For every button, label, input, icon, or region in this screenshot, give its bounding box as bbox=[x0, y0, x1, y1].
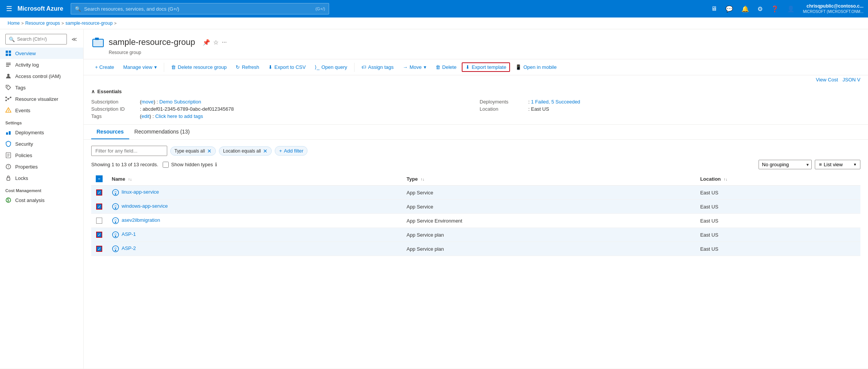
remove-location-filter-button[interactable]: ✕ bbox=[263, 148, 268, 154]
resource-name-link[interactable]: linux-app-service bbox=[112, 189, 159, 195]
sidebar-item-policies[interactable]: Policies bbox=[0, 150, 83, 161]
list-view-label: List view bbox=[824, 162, 843, 167]
sidebar-item-cost-analysis[interactable]: $ Cost analysis bbox=[0, 194, 83, 206]
svg-rect-33 bbox=[95, 38, 99, 40]
pin-icon[interactable]: 📌 bbox=[203, 39, 210, 46]
hamburger-menu[interactable]: ☰ bbox=[5, 3, 14, 14]
row-checkbox[interactable] bbox=[96, 204, 102, 210]
show-hidden-types[interactable]: Show hidden types ℹ bbox=[163, 162, 217, 168]
sidebar-item-access-control[interactable]: Access control (IAM) bbox=[0, 70, 83, 82]
move-subscription-link[interactable]: move bbox=[141, 99, 154, 105]
sidebar-item-resource-visualizer[interactable]: Resource visualizer bbox=[0, 93, 83, 105]
export-template-button[interactable]: ⬇ Export template bbox=[462, 62, 510, 72]
json-view-link[interactable]: JSON V bbox=[843, 77, 860, 83]
notifications-icon[interactable]: 🔔 bbox=[738, 4, 752, 14]
sidebar-item-locks[interactable]: Locks bbox=[0, 172, 83, 184]
sidebar-item-security[interactable]: Security bbox=[0, 138, 83, 150]
sidebar-item-deployments[interactable]: Deployments bbox=[0, 127, 83, 138]
sidebar-item-activity-log[interactable]: Activity log bbox=[0, 59, 83, 70]
manage-view-button[interactable]: Manage view ▾ bbox=[119, 62, 161, 72]
subscription-link[interactable]: Demo Subscription bbox=[159, 99, 201, 105]
row-checkbox[interactable] bbox=[96, 246, 102, 252]
cloud-shell-icon[interactable]: 🖥 bbox=[708, 4, 720, 14]
favorite-icon[interactable]: ☆ bbox=[213, 39, 219, 46]
page-header: sample-resource-group 📌 ☆ ··· Resource g… bbox=[84, 29, 868, 59]
refresh-button[interactable]: ↻ Refresh bbox=[232, 62, 263, 72]
tab-resources[interactable]: Resources bbox=[91, 125, 129, 139]
tab-recommendations[interactable]: Recommendations (13) bbox=[129, 125, 195, 139]
create-button[interactable]: + Create bbox=[91, 62, 118, 72]
svg-rect-4 bbox=[6, 63, 11, 64]
feedback-icon[interactable]: 💬 bbox=[722, 4, 736, 14]
select-all-checkbox[interactable]: − bbox=[96, 175, 103, 182]
settings-icon[interactable]: ⚙ bbox=[754, 4, 766, 14]
sidebar-item-tags[interactable]: Tags bbox=[0, 82, 83, 93]
tags-icon bbox=[5, 84, 11, 91]
remove-type-filter-button[interactable]: ✕ bbox=[207, 148, 212, 154]
svg-line-13 bbox=[6, 97, 8, 99]
add-tags-link[interactable]: Click here to add tags bbox=[155, 113, 203, 119]
sidebar-search[interactable]: 🔍 bbox=[5, 34, 67, 45]
cost-management-section-label: Cost Management bbox=[0, 184, 83, 194]
move-button[interactable]: → Move ▾ bbox=[399, 62, 430, 72]
location-column-header[interactable]: Location ↑↓ bbox=[695, 172, 860, 186]
more-actions-icon[interactable]: ··· bbox=[222, 39, 227, 46]
toolbar-sep-1 bbox=[164, 63, 164, 72]
sidebar-search-input[interactable] bbox=[17, 37, 63, 42]
list-view-icon: ≡ bbox=[819, 162, 822, 167]
sidebar-item-label: Activity log bbox=[15, 62, 39, 68]
breadcrumb-resource-groups[interactable]: Resource groups bbox=[25, 21, 60, 26]
row-checkbox[interactable] bbox=[96, 189, 102, 196]
edit-tags-link[interactable]: edit bbox=[141, 113, 149, 119]
row-checkbox[interactable] bbox=[96, 232, 102, 238]
open-mobile-button[interactable]: 📱 Open in mobile bbox=[512, 62, 560, 72]
delete-resource-group-button[interactable]: 🗑 Delete resource group bbox=[167, 62, 231, 72]
add-filter-button[interactable]: + Add filter bbox=[275, 146, 307, 156]
person-icon[interactable]: 👤 bbox=[784, 4, 798, 14]
breadcrumb-current[interactable]: sample-resource-group bbox=[65, 21, 112, 26]
delete-button[interactable]: 🗑 Delete bbox=[432, 62, 461, 72]
info-icon: ℹ bbox=[215, 162, 217, 167]
list-view-button[interactable]: ≡ List view bbox=[815, 160, 860, 169]
resource-name-link[interactable]: ASP-1 bbox=[112, 231, 136, 237]
row-checkbox[interactable] bbox=[96, 218, 102, 224]
svg-point-41 bbox=[115, 235, 116, 237]
sidebar-item-events[interactable]: Events bbox=[0, 105, 83, 116]
view-cost-link[interactable]: View Cost bbox=[816, 77, 838, 83]
svg-rect-20 bbox=[9, 131, 11, 135]
sidebar-item-label: Events bbox=[15, 108, 30, 113]
essentials-header[interactable]: ∧ Essentials bbox=[91, 89, 860, 94]
select-all-header[interactable]: − bbox=[91, 172, 107, 186]
deployments-link[interactable]: 1 Failed, 5 Succeeded bbox=[531, 99, 580, 105]
resource-name-link[interactable]: windows-app-service bbox=[112, 203, 168, 209]
breadcrumb-home[interactable]: Home bbox=[8, 21, 20, 26]
user-account[interactable]: chrisqpublic@contoso.c... MICROSOFT (MIC… bbox=[803, 3, 863, 14]
open-query-button[interactable]: ⟩_ Open query bbox=[311, 62, 351, 72]
showing-row: Showing 1 to 13 of 13 records. Show hidd… bbox=[91, 160, 860, 169]
show-hidden-checkbox[interactable] bbox=[163, 162, 169, 168]
sidebar-item-label: Policies bbox=[15, 153, 32, 158]
sidebar-item-properties[interactable]: Properties bbox=[0, 161, 83, 172]
help-icon[interactable]: ❓ bbox=[768, 4, 782, 14]
table-row: windows-app-serviceApp ServiceEast US bbox=[91, 200, 860, 214]
assign-tags-button[interactable]: 🏷 Assign tags bbox=[358, 62, 398, 72]
collapse-sidebar-button[interactable]: ≪ bbox=[71, 35, 78, 43]
type-column-header[interactable]: Type ↑↓ bbox=[402, 172, 696, 186]
brand-logo: Microsoft Azure bbox=[17, 5, 63, 12]
type-filter-label: Type equals all bbox=[174, 148, 205, 154]
sidebar-item-label: Security bbox=[15, 141, 33, 147]
filter-input[interactable] bbox=[91, 146, 167, 156]
export-csv-button[interactable]: ⬇ Export to CSV bbox=[265, 62, 309, 72]
name-column-header[interactable]: Name ↑↓ bbox=[107, 172, 402, 186]
grouping-select[interactable]: No groupingResource typeLocationResource… bbox=[759, 160, 812, 169]
resource-name-link[interactable]: ASP-2 bbox=[112, 245, 136, 251]
grouping-select-wrapper[interactable]: No groupingResource typeLocationResource… bbox=[759, 160, 812, 169]
add-filter-icon: + bbox=[279, 148, 282, 154]
sidebar-item-overview[interactable]: Overview bbox=[0, 48, 83, 59]
search-input[interactable] bbox=[84, 6, 312, 12]
delete-rg-icon: 🗑 bbox=[171, 64, 176, 70]
resource-visualizer-icon bbox=[5, 96, 11, 102]
resource-name-link[interactable]: asev2ilbmigration bbox=[112, 217, 160, 223]
global-search-bar[interactable]: 🔍 (G+/) bbox=[71, 3, 329, 14]
type-sort-icon: ↑↓ bbox=[421, 177, 424, 181]
